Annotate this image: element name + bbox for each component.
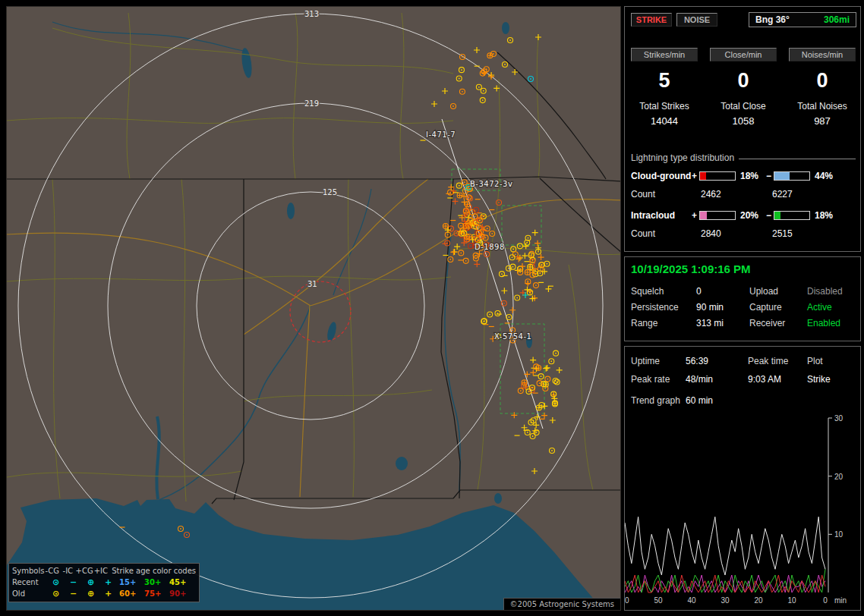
map-legend: Symbols -CG -IC +CG +IC Strike age color… [8, 563, 200, 602]
neg-ic-recent-icon: − [65, 577, 82, 587]
map-canvas[interactable]: 31321912531 I-471-7B-3472-3vD-1898X-5754… [7, 7, 621, 611]
legend-col-pos-ic: +IC [93, 567, 109, 575]
cg-minus-count: 6227 [772, 189, 793, 200]
strike-dot [555, 353, 557, 354]
strike-dot [478, 233, 480, 234]
series-strikes [625, 517, 825, 575]
trend-window-value: 60 min [686, 395, 713, 406]
strike-dot [538, 251, 539, 253]
strikes-per-min-button[interactable]: Strikes/min [631, 48, 698, 61]
strike-dot [468, 196, 469, 198]
series-intracloud [625, 575, 825, 592]
count-label: Count [631, 189, 655, 200]
strike-dot [463, 233, 465, 234]
x-unit-label: min [834, 596, 847, 605]
legend-col-neg-cg: -CG [44, 567, 60, 575]
minus-sign: − [766, 210, 771, 221]
strike-dot [547, 379, 548, 380]
strike-dot [465, 260, 467, 262]
age-code-15: 15+ [117, 578, 142, 586]
close-per-min-value: 0 [704, 69, 783, 93]
total-close-value: 1058 [704, 115, 783, 127]
strike-dot [532, 275, 534, 276]
pos-ic-recent-icon: + [99, 577, 117, 587]
storm-cell-label: B-3472-3v [470, 180, 512, 188]
strike-dot [543, 383, 544, 385]
x-tick-label: 0 [823, 596, 828, 605]
strike-dot [539, 382, 541, 384]
strike-dot [475, 209, 477, 211]
capture-label: Capture [749, 302, 782, 313]
strike-dot [531, 253, 532, 255]
range-ring-label: 125 [323, 188, 337, 196]
strike-dot [503, 303, 505, 304]
total-noises-value: 987 [783, 115, 862, 127]
ic-plus-pct: 20% [740, 210, 758, 221]
legend-header-row: Symbols -CG -IC +CG +IC Strike age color… [12, 565, 196, 577]
distribution-title: Lightning type distribution [631, 152, 734, 163]
trend-graph-label: Trend graph [631, 395, 680, 406]
strike-dot [186, 534, 188, 536]
strike-dot [528, 391, 530, 392]
x-tick-label: 50 [654, 596, 663, 605]
strike-dot [527, 281, 528, 282]
strike-dot [512, 329, 513, 331]
status-row: Squelch 0 Upload Disabled [625, 286, 862, 300]
pos-cg-old-icon: ⊕ [82, 589, 99, 599]
cloud-ground-row: Cloud-ground + 18% − 44% [625, 171, 862, 183]
noises-per-min-value: 0 [783, 69, 862, 93]
strike-dot [470, 245, 471, 247]
uptime-label: Uptime [631, 356, 660, 366]
upload-label: Upload [749, 286, 778, 297]
close-per-min-button[interactable]: Close/min [710, 48, 777, 61]
intracloud-count-row: Count 2840 2515 [625, 228, 862, 240]
y-tick-label: 10 [834, 530, 844, 539]
strike-dot [535, 284, 537, 286]
cg-minus-pct: 44% [815, 171, 833, 181]
bearing-range: 306mi [824, 13, 850, 27]
strike-dot [553, 394, 554, 395]
cg-plus-pct: 18% [740, 171, 758, 181]
ic-minus-count: 2515 [772, 228, 793, 239]
range-ring-label: 313 [304, 10, 319, 18]
strike-dot [512, 249, 514, 250]
strike-dot [530, 78, 531, 80]
strike-dot [468, 187, 469, 188]
strike-dot [480, 219, 481, 221]
strike-dot [449, 192, 451, 193]
strike-dot [512, 256, 513, 258]
age-code-90: 90+ [167, 589, 192, 598]
plus-sign: + [692, 210, 697, 221]
cg-plus-bar [699, 171, 736, 181]
strike-dot [465, 190, 466, 192]
bearing-label: Bng 36° [755, 13, 790, 27]
noises-per-min-button[interactable]: Noises/min [789, 48, 856, 61]
session-section: Uptime 56:39 Peak time Plot Peak rate 48… [624, 346, 861, 611]
strike-dot [486, 253, 487, 255]
strike-dot [516, 297, 518, 299]
neg-ic-old-icon: − [65, 589, 82, 599]
strike-dot [541, 376, 542, 377]
receiver-label: Receiver [749, 318, 785, 328]
strike-dot [460, 225, 462, 227]
strike-dot [519, 245, 521, 247]
strike-dot [450, 228, 452, 229]
noise-mode-button[interactable]: NOISE [676, 13, 717, 27]
strike-dot [465, 225, 466, 227]
distribution-title-row: Lightning type distribution [631, 152, 856, 163]
strike-dot [477, 232, 478, 234]
capture-state: Active [807, 302, 832, 313]
total-strikes-value: 14044 [625, 115, 704, 127]
strike-dot [529, 292, 531, 294]
squelch-value: 0 [696, 286, 702, 297]
strike-dot [476, 238, 478, 240]
strike-dot [508, 268, 509, 269]
legend-col-neg-ic: -IC [60, 567, 76, 575]
strike-dot [475, 255, 477, 256]
strike-mode-button[interactable]: STRIKE [631, 13, 672, 27]
strike-dot [546, 263, 547, 265]
strike-dot [526, 242, 528, 244]
strike-dot [489, 314, 490, 316]
session-row: Peak rate 48/min 9:03 AM Strike [625, 374, 862, 388]
strike-dot [478, 86, 480, 88]
